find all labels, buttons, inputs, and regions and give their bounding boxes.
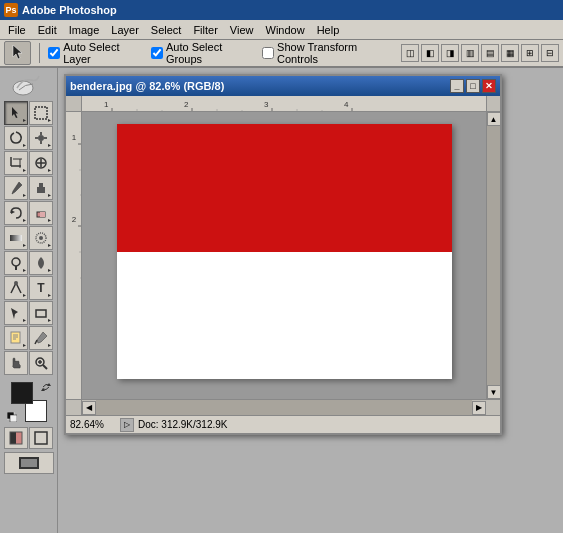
tool-row-move: ▸ ▸ [4,101,53,125]
transform-btn-5[interactable]: ▤ [481,44,499,62]
screenmode2-btn[interactable] [4,452,54,474]
maximize-button[interactable]: □ [466,79,480,93]
transform-btn-2[interactable]: ◧ [421,44,439,62]
path-selection-btn[interactable]: ▸ [4,301,28,325]
menu-image[interactable]: Image [63,23,106,37]
scroll-down-arrow[interactable]: ▼ [487,385,501,399]
color-boxes-container [7,382,51,422]
transform-btn-3[interactable]: ◨ [441,44,459,62]
healing-tool-btn[interactable]: ▸ [29,151,53,175]
stamp-tool-btn[interactable]: ▸ [29,176,53,200]
svg-marker-27 [11,308,18,319]
quickmask-btn[interactable] [4,427,28,449]
menu-layer[interactable]: Layer [105,23,145,37]
menu-select[interactable]: Select [145,23,188,37]
tool-row-quickmask [4,427,53,449]
shape-tool-btn[interactable]: ▸ [29,301,53,325]
tool-row-brush: ▸ ▸ [4,176,53,200]
default-colors-icon[interactable] [7,412,17,422]
menu-help[interactable]: Help [311,23,346,37]
transform-btn-4[interactable]: ▥ [461,44,479,62]
gradient-tool-btn[interactable]: ▸ [4,226,28,250]
brush-tool-btn[interactable]: ▸ [4,176,28,200]
type-tool-btn[interactable]: T ▸ [29,276,53,300]
scroll-left-arrow[interactable]: ◀ [82,401,96,415]
blur-tool-btn[interactable]: ▸ [29,226,53,250]
burn-tool-btn[interactable]: ▸ [29,251,53,275]
zoom-level: 82.64% [70,419,116,430]
svg-rect-20 [40,212,45,217]
eraser-tool-btn[interactable]: ▸ [29,201,53,225]
swap-colors-icon[interactable] [41,382,51,392]
lasso-tool-btn[interactable]: ▸ [4,126,28,150]
auto-select-layer-group: Auto Select Layer [48,41,147,65]
svg-rect-17 [39,183,43,188]
transform-btn-1[interactable]: ◫ [401,44,419,62]
scroll-track-h[interactable] [96,400,472,415]
dodge-tool-btn[interactable]: ▸ [4,251,28,275]
tool-row-path: ▸ ▸ [4,301,53,325]
notes-tool-btn[interactable]: ▸ [4,326,28,350]
svg-rect-43 [16,432,22,444]
zoom-tool-btn[interactable] [29,351,53,375]
tool-row-crop: ▸ ▸ [4,151,53,175]
document-window: bendera.jpg @ 82.6% (RGB/8) _ □ ✕ 1 2 [64,74,502,435]
transform-btn-7[interactable]: ⊞ [521,44,539,62]
svg-point-24 [12,258,20,266]
bottom-scrollbar-spacer [66,400,82,416]
svg-marker-18 [11,210,15,214]
scrollbar-horizontal: ◀ ▶ [82,400,486,415]
horizontal-scrollbar-row: ◀ ▶ [66,399,500,415]
ruler-row: 1 2 3 4 [66,96,500,112]
svg-text:2: 2 [184,100,189,109]
scroll-up-arrow[interactable]: ▲ [487,112,501,126]
selection-tool-btn[interactable]: ▸ [29,101,53,125]
move-tool-icon[interactable] [4,41,31,65]
transform-btn-6[interactable]: ▦ [501,44,519,62]
ruler-v-svg: 1 2 [66,112,82,397]
canvas-image [117,124,452,379]
svg-text:4: 4 [344,100,349,109]
eyedropper-tool-btn[interactable]: ▸ [29,326,53,350]
auto-select-groups-checkbox[interactable] [151,47,163,59]
tool-row-hand [4,351,53,375]
foreground-color-swatch[interactable] [11,382,33,404]
show-transform-group: Show Transform Controls [262,41,397,65]
main-area: ▸ ▸ ▸ [0,68,563,533]
tool-row-screenmode2 [4,452,54,474]
svg-rect-28 [36,310,46,317]
options-bar: Auto Select Layer Auto Select Groups Sho… [0,40,563,68]
history-tool-btn[interactable]: ▸ [4,201,28,225]
svg-marker-2 [12,107,18,118]
svg-point-1 [13,81,33,95]
hand-tool-btn[interactable] [4,351,28,375]
show-transform-checkbox[interactable] [262,47,274,59]
canvas-scroll-area[interactable] [82,112,486,399]
doc-title-bar[interactable]: bendera.jpg @ 82.6% (RGB/8) _ □ ✕ [66,76,500,96]
close-button[interactable]: ✕ [482,79,496,93]
menu-edit[interactable]: Edit [32,23,63,37]
svg-rect-42 [10,432,16,444]
transform-btn-8[interactable]: ⊟ [541,44,559,62]
svg-rect-39 [10,415,17,422]
menu-file[interactable]: File [2,23,32,37]
pen-tool-btn[interactable]: ▸ [4,276,28,300]
doc-title: bendera.jpg @ 82.6% (RGB/8) [70,80,224,92]
ruler-h-svg: 1 2 3 4 [82,96,486,112]
scrollbar-vertical: ▲ ▼ [486,112,500,399]
screen-mode-btn[interactable] [29,427,53,449]
move-tool-btn[interactable]: ▸ [4,101,28,125]
scroll-track-v[interactable] [487,126,500,385]
svg-line-35 [43,365,47,369]
magic-wand-btn[interactable]: ▸ [29,126,53,150]
menu-filter[interactable]: Filter [187,23,223,37]
scroll-right-arrow[interactable]: ▶ [472,401,486,415]
menu-window[interactable]: Window [260,23,311,37]
menu-view[interactable]: View [224,23,260,37]
crop-tool-btn[interactable]: ▸ [4,151,28,175]
ruler-vertical: 1 2 [66,112,82,399]
auto-select-layer-checkbox[interactable] [48,47,60,59]
flag-red-stripe [117,124,452,252]
tool-row-pen: ▸ T ▸ [4,276,53,300]
minimize-button[interactable]: _ [450,79,464,93]
